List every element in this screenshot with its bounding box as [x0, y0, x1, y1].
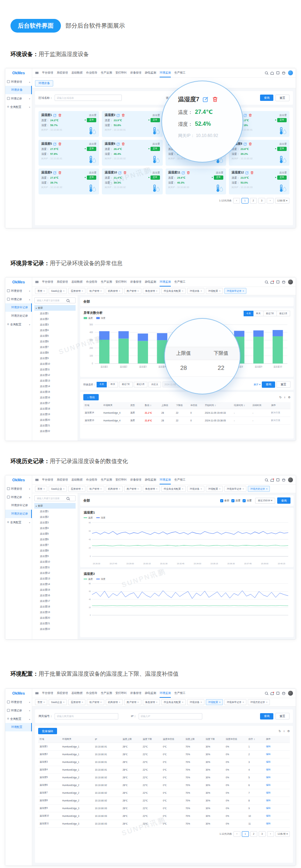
tab-机构管理[interactable]: 机构管理× [106, 486, 123, 492]
tree-search[interactable] [34, 495, 76, 501]
delete-icon[interactable] [212, 96, 218, 102]
close-icon[interactable]: × [156, 701, 158, 703]
page-1-button[interactable]: 1 [241, 198, 248, 204]
sort-icon[interactable]: ▲▼ [244, 404, 245, 407]
close-icon[interactable]: × [182, 290, 183, 292]
nav-item-静电监测[interactable]: 静电监测 [145, 278, 156, 287]
sidebar-group-环境记录[interactable]: 环境记录▾ [5, 706, 32, 715]
tree-item-温湿度5[interactable]: 温湿度5 [34, 333, 76, 339]
tab-环境异常记录[interactable]: 环境异常记录× [224, 486, 246, 492]
tree-item-温湿度4[interactable]: 温湿度4 [34, 328, 76, 333]
sidebar-item-环境异常记录[interactable]: 环境异常记录 [5, 303, 32, 312]
table-cell[interactable]: 编辑 [265, 743, 290, 751]
search-icon[interactable] [66, 497, 69, 500]
quick-button-最近1月[interactable]: 最近1月 [134, 382, 147, 387]
user-avatar[interactable] [288, 691, 293, 696]
sidebar-item-环境设备[interactable]: 环境设备 [5, 86, 32, 94]
table-cell[interactable]: 编辑 [265, 781, 290, 789]
column-header[interactable]: 温度补偿值 [161, 736, 184, 743]
close-icon[interactable]: × [100, 488, 102, 490]
prev-page-button[interactable]: ‹ [233, 198, 240, 204]
edit-icon[interactable] [244, 113, 247, 117]
nav-item-环境监测[interactable]: 环境监测 [160, 278, 171, 287]
range-button-最近1月[interactable]: 最近1月 [276, 311, 290, 316]
nav-item-作业指导[interactable]: 作业指导 [86, 278, 97, 287]
tab-环境设备[interactable]: 环境设备× [187, 699, 204, 705]
page-size-select[interactable]: 12条/页 ▾ [275, 831, 290, 837]
nav-item-系统管理[interactable]: 系统管理 [57, 476, 68, 484]
sidebar-group-环境记录[interactable]: 环境记录▴ [5, 295, 32, 303]
edit-icon[interactable] [245, 171, 249, 174]
delete-icon[interactable] [187, 171, 190, 174]
user-avatar[interactable] [288, 280, 293, 284]
sidebar-group-环境管理[interactable]: 环境管理▾ [5, 287, 32, 295]
close-icon[interactable]: × [138, 701, 139, 703]
nav-item-设备管理[interactable]: 设备管理 [130, 69, 141, 77]
tree-item-温湿度21[interactable]: 温湿度21 [34, 621, 76, 626]
nav-item-生产追溯[interactable]: 生产追溯 [101, 689, 112, 698]
language-icon[interactable] [282, 478, 285, 482]
tree-item-温湿度14[interactable]: 温湿度14 [34, 384, 76, 389]
column-header[interactable]: 操作 [265, 736, 290, 743]
tree-item-温湿度8[interactable]: 温湿度8 [34, 548, 76, 553]
prev-page-button[interactable]: ‹ [233, 831, 240, 837]
tree-item-温湿度13[interactable]: 温湿度13 [34, 576, 76, 581]
tab-租户管理[interactable]: 租户管理× [87, 486, 104, 492]
batch-edit-button[interactable]: 批量编辑 [38, 728, 57, 734]
sidebar-group-环境记录[interactable]: 环境记录▴ [5, 493, 32, 501]
export-button[interactable]: ↓ 导出 [83, 394, 99, 400]
tab-环境历史记录[interactable]: 环境历史记录× [248, 486, 270, 492]
close-icon[interactable]: × [201, 290, 202, 292]
reset-button[interactable]: 重置 [275, 713, 289, 719]
close-icon[interactable]: × [138, 290, 139, 292]
nav-item-生产报工[interactable]: 生产报工 [174, 689, 186, 698]
refresh-icon[interactable]: ↻ [279, 730, 281, 733]
nav-item-设备管理[interactable]: 设备管理 [130, 476, 141, 484]
search-icon[interactable] [265, 478, 268, 481]
edit-icon[interactable] [53, 171, 57, 174]
tree-item-温湿度1[interactable]: 温湿度1 [34, 509, 76, 514]
tree-item-温湿度18[interactable]: 温湿度18 [34, 406, 76, 412]
gateway-no-input[interactable] [55, 713, 118, 719]
column-header[interactable]: 结束时间▲▼ [232, 402, 251, 409]
column-header[interactable]: 温度下限 [141, 736, 162, 743]
tab-作业岛全局配置[interactable]: 作业岛全局配置× [161, 699, 186, 705]
tab-机构管理[interactable]: 机构管理× [106, 288, 123, 294]
quick-button-今天[interactable]: 今天 [97, 382, 107, 387]
close-icon[interactable]: × [182, 488, 183, 490]
tree-item-温湿度10[interactable]: 温湿度10 [34, 361, 76, 367]
sidebar-group-全局配置[interactable]: ⚙全局配置▾ [5, 518, 32, 526]
tab-用户管理[interactable]: 用户管理× [124, 288, 141, 294]
page-2-button[interactable]: 2 [250, 831, 257, 837]
close-icon[interactable]: × [243, 290, 244, 292]
table-cell[interactable]: 编辑 [265, 766, 290, 774]
close-icon[interactable]: × [201, 701, 202, 703]
column-header[interactable]: 环境网关 [102, 402, 129, 409]
delete-icon[interactable] [123, 171, 127, 174]
checkbox-温度[interactable]: ✓温度 [231, 499, 240, 502]
column-header[interactable]: 湿度下限 [204, 736, 225, 743]
table-cell[interactable]: 编辑 [265, 751, 290, 758]
column-header[interactable]: 环境网关 [61, 736, 93, 743]
tree-item-温湿度22[interactable]: 温湿度22 [34, 626, 76, 632]
column-header[interactable]: 操作 [270, 402, 290, 409]
checkbox-湿度[interactable]: ✓湿度 [243, 499, 252, 502]
close-icon[interactable]: × [63, 488, 64, 490]
tab-首页[interactable]: 首页× [35, 699, 47, 705]
tab-环境历史记录[interactable]: 环境历史记录× [248, 699, 270, 705]
legend-item-湿度[interactable]: 湿度 [96, 516, 105, 519]
page-1-button[interactable]: 1 [242, 831, 249, 837]
tree-search[interactable] [34, 297, 76, 303]
tree-item-温湿度22[interactable]: 温湿度22 [34, 428, 76, 434]
reset-button[interactable]: 重置 [275, 95, 289, 101]
close-icon[interactable]: × [119, 290, 120, 292]
page-size-select[interactable]: 12条/页 ▾ [275, 198, 289, 204]
quick-button-最近7天[interactable]: 最近7天 [119, 382, 133, 387]
collapse-sidebar-icon[interactable] [35, 479, 38, 481]
nav-item-设备管理[interactable]: 设备管理 [130, 689, 141, 698]
tree-root-all[interactable]: ▾全部 [34, 305, 76, 311]
delete-icon[interactable] [58, 142, 62, 146]
language-icon[interactable] [282, 71, 285, 75]
nav-item-平台管理[interactable]: 平台管理 [42, 689, 53, 698]
delete-icon[interactable] [58, 113, 62, 117]
